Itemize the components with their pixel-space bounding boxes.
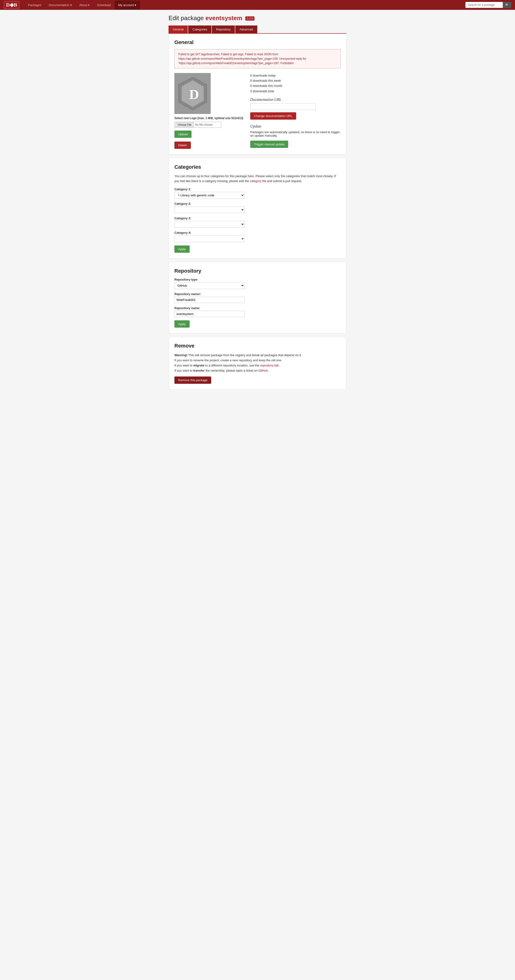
remove-section: Remove Warning! This will remove package… (169, 337, 346, 390)
repository-section: Repository Repository type GitHub Reposi… (169, 262, 346, 334)
update-text: Packages are automatically updated, so t… (250, 130, 341, 137)
cat2-label: Category 2: (174, 202, 341, 205)
error-box: Failed to get GIT tags/branches: Failed … (174, 49, 341, 68)
nav-myaccount[interactable]: My account ▾ (115, 0, 140, 10)
search-button[interactable]: 🔍 (503, 2, 511, 8)
general-section: General Failed to get GIT tags/branches:… (169, 34, 346, 155)
downloads-week: 0 downloads this week (250, 78, 341, 83)
remove-btn-row: Remove this package (174, 377, 341, 384)
logo-upload-area: D Select new Logo (max. 1 MiB, optimal s… (174, 73, 243, 149)
site-logo[interactable]: D◆B (4, 1, 19, 9)
transfer-line: If you want to transfer the ownership, p… (174, 368, 341, 373)
nav-packages[interactable]: Packages (24, 0, 45, 10)
error-text: Failed to get GIT tags/branches: Failed … (179, 52, 306, 65)
logo-preview: D (174, 73, 211, 114)
logo-label: Select new Logo (max. 1 MiB, optimal siz… (174, 116, 243, 120)
repo-name-input[interactable] (174, 311, 245, 317)
category2-group: Category 2: (174, 202, 341, 213)
repo-type-group: Repository type GitHub (174, 278, 341, 289)
version-badge: 1.2.0 (246, 16, 255, 21)
search-input[interactable] (466, 2, 503, 8)
category1-group: Category 1: └ Library with generic code (174, 188, 341, 199)
warning-bold: Warning! (174, 353, 188, 357)
delete-button[interactable]: Delete (174, 142, 191, 149)
remove-warning: Warning! This will remove package from t… (174, 353, 341, 373)
repo-type-select[interactable]: GitHub (174, 282, 245, 289)
file-input-row: Choose File No file chosen (174, 122, 221, 128)
logo-action-buttons: Upload Delete (174, 130, 243, 149)
downloads-month: 0 downloads this month (250, 83, 341, 89)
category3-group: Category 3: (174, 216, 341, 228)
general-right-panel: 0 downloads today 0 downloads this week … (250, 73, 341, 149)
github-link[interactable]: GitHub (258, 369, 268, 372)
category4-group: Category 4: (174, 231, 341, 242)
categories-apply-button[interactable]: Apply (174, 245, 190, 253)
change-doc-button[interactable]: Change documentation URL (250, 112, 296, 119)
doc-url-label: Documentation URL (250, 97, 341, 102)
tab-advanced[interactable]: Advanced (235, 25, 257, 33)
package-name: eventsystem (206, 14, 242, 22)
no-file-text: No file chosen (195, 123, 213, 126)
general-body: D Select new Logo (max. 1 MiB, optimal s… (174, 73, 341, 149)
repo-owner-input[interactable] (174, 297, 245, 303)
tab-categories[interactable]: Categories (188, 25, 211, 33)
upload-button[interactable]: Upload (174, 130, 191, 138)
tab-general[interactable]: General (169, 25, 188, 33)
nav-documentation[interactable]: Documentation ▾ (45, 0, 76, 10)
repository-tab-link[interactable]: repository tab (260, 364, 279, 367)
logo-hexagon: D (177, 76, 208, 111)
categories-section: Categories You can choose up to four cat… (169, 158, 346, 259)
category-file-link[interactable]: category file (250, 179, 266, 183)
repo-name-label: Repository name: (174, 306, 341, 310)
rename-line: If you want to rename the project, creat… (174, 358, 341, 363)
repo-owner-label: Repository owner: (174, 292, 341, 296)
cat3-label: Category 3: (174, 216, 341, 220)
repository-title: Repository (174, 268, 341, 274)
remove-title: Remove (174, 343, 341, 349)
logo-text: D◆B (6, 2, 17, 8)
navbar: D◆B Packages Documentation ▾ About ▾ Dow… (0, 0, 515, 10)
downloads-total: 0 downloads total (250, 89, 341, 94)
repo-owner-group: Repository owner: (174, 292, 341, 303)
cat4-select[interactable] (174, 235, 245, 242)
tab-repository[interactable]: Repository (212, 25, 235, 33)
cat2-select[interactable] (174, 207, 245, 213)
remove-package-button[interactable]: Remove this package (174, 377, 211, 384)
warning-text: This will remove package from the regist… (188, 353, 302, 357)
nav-download[interactable]: Download (93, 0, 115, 10)
update-title: Update (250, 124, 341, 129)
cat4-label: Category 4: (174, 231, 341, 234)
cat1-select[interactable]: └ Library with generic code (174, 192, 245, 199)
repo-name-group: Repository name: (174, 306, 341, 317)
svg-text:D: D (189, 87, 199, 102)
page-title: Edit package eventsystem 1.2.0 (169, 14, 346, 22)
search-area: 🔍 (466, 2, 511, 8)
doc-url-input[interactable] (250, 103, 316, 110)
repo-type-label: Repository type (174, 278, 341, 281)
migrate-line: If you want to migrate to a different re… (174, 363, 341, 368)
page-content: Edit package eventsystem 1.2.0 General C… (166, 10, 349, 398)
choose-file-button[interactable]: Choose File (175, 123, 194, 127)
categories-description: You can choose up to four categories for… (174, 174, 341, 184)
download-stats: 0 downloads today 0 downloads this week … (250, 73, 341, 94)
general-title: General (174, 39, 341, 45)
categories-btn-row: Apply (174, 245, 341, 253)
trigger-update-button[interactable]: Trigger manual update (250, 141, 288, 148)
cat1-label: Category 1: (174, 188, 341, 191)
nav-links: Packages Documentation ▾ About ▾ Downloa… (24, 0, 140, 10)
downloads-today: 0 downloads today (250, 73, 341, 78)
cat3-select[interactable] (174, 221, 245, 228)
repo-apply-button[interactable]: Apply (174, 320, 190, 328)
repo-btn-row: Apply (174, 320, 341, 328)
tab-bar: General Categories Repository Advanced (169, 25, 346, 34)
categories-title: Categories (174, 164, 341, 170)
nav-about[interactable]: About ▾ (76, 0, 94, 10)
